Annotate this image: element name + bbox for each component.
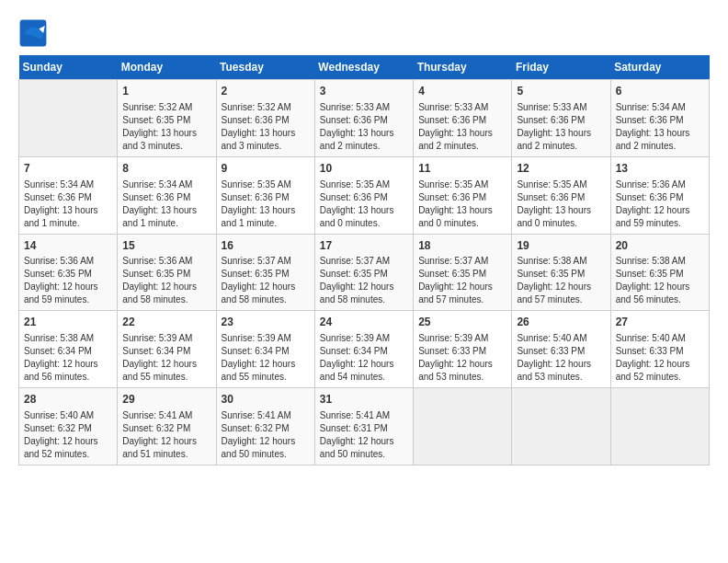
day-info: Sunrise: 5:32 AM Sunset: 6:35 PM Dayligh… bbox=[122, 101, 210, 153]
day-number: 14 bbox=[24, 238, 112, 254]
day-number: 26 bbox=[517, 315, 605, 330]
calendar-cell: 21Sunrise: 5:38 AM Sunset: 6:34 PM Dayli… bbox=[19, 311, 118, 388]
day-of-week-header: Saturday bbox=[610, 55, 709, 80]
logo bbox=[18, 18, 51, 48]
calendar-cell: 2Sunrise: 5:32 AM Sunset: 6:36 PM Daylig… bbox=[216, 80, 314, 157]
day-info: Sunrise: 5:37 AM Sunset: 6:35 PM Dayligh… bbox=[222, 255, 310, 306]
calendar-cell bbox=[19, 80, 118, 157]
day-number: 29 bbox=[122, 392, 210, 408]
calendar-cell: 13Sunrise: 5:36 AM Sunset: 6:36 PM Dayli… bbox=[610, 156, 709, 234]
day-info: Sunrise: 5:35 AM Sunset: 6:36 PM Dayligh… bbox=[418, 178, 506, 230]
calendar-cell: 28Sunrise: 5:40 AM Sunset: 6:32 PM Dayli… bbox=[19, 388, 118, 465]
day-number: 9 bbox=[222, 161, 310, 177]
day-number: 5 bbox=[517, 84, 605, 99]
calendar-cell: 3Sunrise: 5:33 AM Sunset: 6:36 PM Daylig… bbox=[314, 80, 413, 157]
day-info: Sunrise: 5:34 AM Sunset: 6:36 PM Dayligh… bbox=[616, 101, 704, 153]
day-info: Sunrise: 5:40 AM Sunset: 6:32 PM Dayligh… bbox=[24, 409, 112, 461]
day-info: Sunrise: 5:40 AM Sunset: 6:33 PM Dayligh… bbox=[616, 332, 704, 384]
day-info: Sunrise: 5:36 AM Sunset: 6:36 PM Dayligh… bbox=[616, 178, 704, 230]
calendar-week-row: 28Sunrise: 5:40 AM Sunset: 6:32 PM Dayli… bbox=[19, 388, 710, 465]
day-info: Sunrise: 5:36 AM Sunset: 6:35 PM Dayligh… bbox=[122, 255, 210, 306]
day-number: 15 bbox=[122, 238, 210, 254]
calendar-cell: 5Sunrise: 5:33 AM Sunset: 6:36 PM Daylig… bbox=[512, 80, 610, 157]
calendar-cell: 26Sunrise: 5:40 AM Sunset: 6:33 PM Dayli… bbox=[512, 311, 610, 388]
day-of-week-header: Sunday bbox=[19, 55, 118, 80]
day-of-week-header: Monday bbox=[118, 55, 216, 80]
day-number: 30 bbox=[222, 392, 310, 408]
calendar-cell: 30Sunrise: 5:41 AM Sunset: 6:32 PM Dayli… bbox=[216, 388, 314, 465]
day-number: 25 bbox=[418, 315, 506, 330]
calendar-cell: 10Sunrise: 5:35 AM Sunset: 6:36 PM Dayli… bbox=[314, 156, 413, 234]
day-info: Sunrise: 5:33 AM Sunset: 6:36 PM Dayligh… bbox=[320, 101, 408, 153]
calendar-cell: 8Sunrise: 5:34 AM Sunset: 6:36 PM Daylig… bbox=[118, 156, 216, 234]
day-of-week-header: Thursday bbox=[414, 55, 512, 80]
calendar-cell: 27Sunrise: 5:40 AM Sunset: 6:33 PM Dayli… bbox=[610, 311, 709, 388]
calendar-week-row: 14Sunrise: 5:36 AM Sunset: 6:35 PM Dayli… bbox=[19, 234, 710, 311]
day-number: 1 bbox=[122, 84, 210, 99]
day-info: Sunrise: 5:35 AM Sunset: 6:36 PM Dayligh… bbox=[517, 178, 605, 230]
day-number: 22 bbox=[122, 315, 210, 330]
calendar-cell bbox=[512, 388, 610, 465]
calendar-cell: 24Sunrise: 5:39 AM Sunset: 6:34 PM Dayli… bbox=[314, 311, 413, 388]
day-number: 13 bbox=[616, 161, 704, 177]
calendar-cell: 31Sunrise: 5:41 AM Sunset: 6:31 PM Dayli… bbox=[314, 388, 413, 465]
day-info: Sunrise: 5:39 AM Sunset: 6:34 PM Dayligh… bbox=[320, 332, 408, 384]
day-number: 24 bbox=[320, 315, 408, 330]
day-number: 4 bbox=[418, 84, 506, 99]
day-info: Sunrise: 5:41 AM Sunset: 6:31 PM Dayligh… bbox=[320, 409, 408, 461]
calendar-cell: 16Sunrise: 5:37 AM Sunset: 6:35 PM Dayli… bbox=[216, 234, 314, 311]
calendar-week-row: 7Sunrise: 5:34 AM Sunset: 6:36 PM Daylig… bbox=[19, 156, 710, 234]
day-number: 11 bbox=[418, 161, 506, 177]
day-info: Sunrise: 5:35 AM Sunset: 6:36 PM Dayligh… bbox=[320, 178, 408, 230]
day-info: Sunrise: 5:38 AM Sunset: 6:35 PM Dayligh… bbox=[517, 255, 605, 306]
calendar-cell bbox=[610, 388, 709, 465]
calendar-cell: 7Sunrise: 5:34 AM Sunset: 6:36 PM Daylig… bbox=[19, 156, 118, 234]
calendar-cell: 6Sunrise: 5:34 AM Sunset: 6:36 PM Daylig… bbox=[610, 80, 709, 157]
day-info: Sunrise: 5:36 AM Sunset: 6:35 PM Dayligh… bbox=[24, 255, 112, 306]
day-info: Sunrise: 5:32 AM Sunset: 6:36 PM Dayligh… bbox=[222, 101, 310, 153]
day-number: 23 bbox=[222, 315, 310, 330]
day-number: 17 bbox=[320, 238, 408, 254]
day-number: 7 bbox=[24, 161, 112, 177]
calendar-cell: 1Sunrise: 5:32 AM Sunset: 6:35 PM Daylig… bbox=[118, 80, 216, 157]
day-info: Sunrise: 5:34 AM Sunset: 6:36 PM Dayligh… bbox=[122, 178, 210, 230]
day-info: Sunrise: 5:41 AM Sunset: 6:32 PM Dayligh… bbox=[222, 409, 310, 461]
day-number: 19 bbox=[517, 238, 605, 254]
day-number: 8 bbox=[122, 161, 210, 177]
calendar-cell: 14Sunrise: 5:36 AM Sunset: 6:35 PM Dayli… bbox=[19, 234, 118, 311]
day-info: Sunrise: 5:39 AM Sunset: 6:34 PM Dayligh… bbox=[122, 332, 210, 384]
logo-icon bbox=[18, 18, 48, 48]
day-info: Sunrise: 5:33 AM Sunset: 6:36 PM Dayligh… bbox=[418, 101, 506, 153]
day-info: Sunrise: 5:39 AM Sunset: 6:34 PM Dayligh… bbox=[222, 332, 310, 384]
day-number: 12 bbox=[517, 161, 605, 177]
day-number: 20 bbox=[616, 238, 704, 254]
day-number: 21 bbox=[24, 315, 112, 330]
day-number: 10 bbox=[320, 161, 408, 177]
day-number: 27 bbox=[616, 315, 704, 330]
calendar-cell: 22Sunrise: 5:39 AM Sunset: 6:34 PM Dayli… bbox=[118, 311, 216, 388]
day-info: Sunrise: 5:39 AM Sunset: 6:33 PM Dayligh… bbox=[418, 332, 506, 384]
day-info: Sunrise: 5:35 AM Sunset: 6:36 PM Dayligh… bbox=[222, 178, 310, 230]
day-info: Sunrise: 5:37 AM Sunset: 6:35 PM Dayligh… bbox=[418, 255, 506, 306]
day-info: Sunrise: 5:40 AM Sunset: 6:33 PM Dayligh… bbox=[517, 332, 605, 384]
day-number: 2 bbox=[222, 84, 310, 99]
calendar-cell: 29Sunrise: 5:41 AM Sunset: 6:32 PM Dayli… bbox=[118, 388, 216, 465]
day-info: Sunrise: 5:37 AM Sunset: 6:35 PM Dayligh… bbox=[320, 255, 408, 306]
day-number: 16 bbox=[222, 238, 310, 254]
calendar-cell: 17Sunrise: 5:37 AM Sunset: 6:35 PM Dayli… bbox=[314, 234, 413, 311]
calendar-cell: 20Sunrise: 5:38 AM Sunset: 6:35 PM Dayli… bbox=[610, 234, 709, 311]
calendar-cell: 19Sunrise: 5:38 AM Sunset: 6:35 PM Dayli… bbox=[512, 234, 610, 311]
day-of-week-header: Wednesday bbox=[314, 55, 413, 80]
day-number: 28 bbox=[24, 392, 112, 408]
day-number: 3 bbox=[320, 84, 408, 99]
calendar-week-row: 21Sunrise: 5:38 AM Sunset: 6:34 PM Dayli… bbox=[19, 311, 710, 388]
calendar-cell: 18Sunrise: 5:37 AM Sunset: 6:35 PM Dayli… bbox=[414, 234, 512, 311]
day-of-week-header: Tuesday bbox=[216, 55, 314, 80]
day-info: Sunrise: 5:34 AM Sunset: 6:36 PM Dayligh… bbox=[24, 178, 112, 230]
calendar-week-row: 1Sunrise: 5:32 AM Sunset: 6:35 PM Daylig… bbox=[19, 80, 710, 157]
day-of-week-header: Friday bbox=[512, 55, 610, 80]
calendar-cell: 11Sunrise: 5:35 AM Sunset: 6:36 PM Dayli… bbox=[414, 156, 512, 234]
calendar-table: SundayMondayTuesdayWednesdayThursdayFrid… bbox=[18, 55, 710, 465]
calendar-cell: 25Sunrise: 5:39 AM Sunset: 6:33 PM Dayli… bbox=[414, 311, 512, 388]
day-number: 18 bbox=[418, 238, 506, 254]
